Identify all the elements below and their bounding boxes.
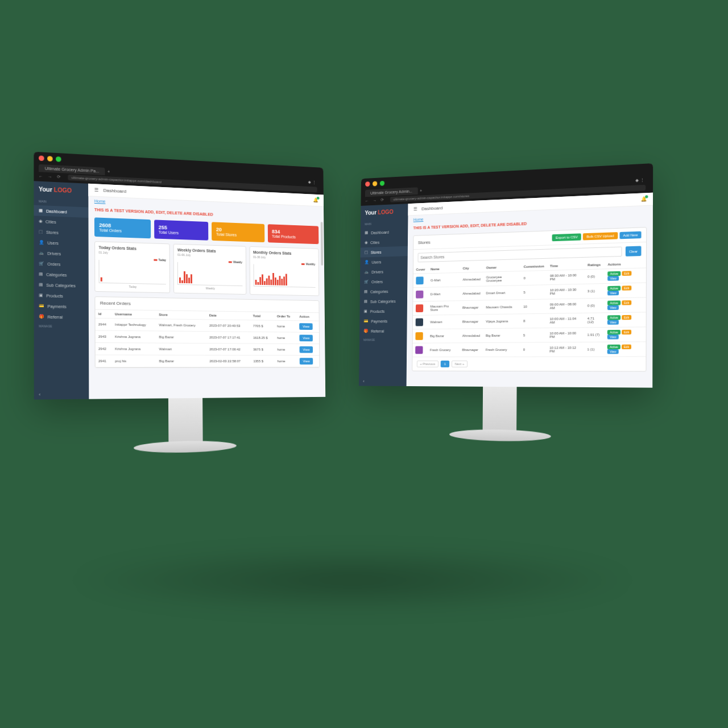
forward-icon[interactable]: → bbox=[46, 174, 55, 179]
logo: Your LOGO bbox=[34, 181, 88, 199]
close-icon[interactable] bbox=[39, 155, 44, 161]
sidebar: Your LOGO MAIN ▦Dashboard ◉Cities ⬚Store… bbox=[359, 204, 408, 386]
payment-icon: 💳 bbox=[364, 319, 369, 324]
clear-button[interactable]: Clear bbox=[625, 246, 641, 256]
active-badge[interactable]: Active bbox=[607, 315, 621, 320]
breadcrumb-home[interactable]: Home bbox=[94, 199, 106, 204]
col-id: Id bbox=[95, 310, 111, 318]
active-badge[interactable]: Active bbox=[607, 345, 621, 349]
sidebar-item-subcategories[interactable]: ▤Sub Categories bbox=[34, 279, 89, 291]
next-page-button[interactable]: Next » bbox=[452, 361, 468, 367]
view-button[interactable]: View bbox=[607, 334, 619, 339]
breadcrumb-home[interactable]: Home bbox=[413, 217, 424, 222]
sidebar-collapse[interactable]: ‹ bbox=[34, 389, 89, 399]
product-icon: ▣ bbox=[364, 309, 368, 314]
search-input[interactable] bbox=[417, 247, 622, 263]
maximize-icon[interactable] bbox=[56, 156, 61, 162]
back-icon[interactable]: ← bbox=[36, 174, 46, 179]
table-row: 2942Krishna JogranaWalmart2023-07-07 17:… bbox=[96, 342, 320, 355]
sidebar-item-products[interactable]: ▣Products bbox=[359, 306, 407, 317]
reload-icon[interactable]: ⟳ bbox=[55, 175, 63, 180]
edit-button[interactable]: Edit bbox=[622, 315, 632, 320]
sidebar-item-categories[interactable]: ▤Categories bbox=[360, 286, 408, 297]
logo: Your LOGO bbox=[361, 204, 408, 221]
chevron-left-icon: ‹ bbox=[39, 392, 41, 396]
users-icon: 👤 bbox=[365, 260, 369, 264]
edit-button[interactable]: Edit bbox=[622, 271, 632, 276]
view-button[interactable]: View bbox=[300, 346, 313, 353]
table-row: 2943Krishna JogranaBig Bazar2023-07-07 1… bbox=[96, 330, 320, 344]
sidebar-item-referral[interactable]: 🎁Referral bbox=[359, 326, 407, 336]
edit-button[interactable]: Edit bbox=[622, 286, 632, 291]
extension-icon[interactable]: ◆ bbox=[308, 180, 311, 184]
monitor-right: Ultimate Grocery Admin... + ◆⋮ ← → ⟳ ult… bbox=[359, 163, 653, 388]
extension-icon[interactable]: ◆ bbox=[635, 178, 638, 183]
menu-icon[interactable]: ⋮ bbox=[312, 180, 316, 184]
add-new-button[interactable]: Add New bbox=[619, 231, 642, 239]
forward-icon[interactable]: → bbox=[371, 198, 379, 202]
chart-weekly: Weekly Orders Stats 01-06 July Weekly We… bbox=[173, 244, 246, 295]
col-cover: Cover bbox=[413, 266, 428, 274]
prev-page-button[interactable]: « Previous bbox=[417, 361, 439, 367]
notification-icon[interactable]: 🔔 bbox=[313, 197, 318, 202]
view-button[interactable]: View bbox=[300, 358, 313, 365]
page-number[interactable]: 1 bbox=[441, 361, 449, 367]
sidebar-item-orders[interactable]: 🛒Orders bbox=[34, 258, 89, 270]
view-button[interactable]: View bbox=[607, 349, 619, 354]
payment-icon: 💳 bbox=[39, 304, 44, 308]
sidebar-item-subcategories[interactable]: ▤Sub Categories bbox=[360, 296, 408, 307]
view-button[interactable]: View bbox=[607, 276, 619, 281]
store-cover-icon bbox=[416, 276, 423, 284]
new-tab-icon[interactable]: + bbox=[420, 189, 422, 193]
store-icon: ⬚ bbox=[365, 250, 368, 255]
sidebar-item-products[interactable]: ▣Products bbox=[34, 290, 89, 301]
table-row: 2941proj hisBig Bazar2023-02-03 22:58:07… bbox=[96, 355, 320, 367]
menu-icon[interactable]: ⋮ bbox=[640, 177, 644, 183]
referral-icon: 🎁 bbox=[39, 315, 44, 319]
notification-icon[interactable]: 🔔 bbox=[641, 196, 647, 202]
view-button[interactable]: View bbox=[300, 335, 313, 342]
edit-button[interactable]: Edit bbox=[622, 330, 632, 334]
col-store: Store bbox=[156, 311, 206, 320]
view-button[interactable]: View bbox=[607, 320, 619, 324]
active-badge[interactable]: Active bbox=[607, 300, 621, 305]
view-button[interactable]: View bbox=[299, 323, 312, 330]
active-badge[interactable]: Active bbox=[607, 271, 621, 276]
view-button[interactable]: View bbox=[607, 305, 619, 311]
view-button[interactable]: View bbox=[607, 291, 619, 296]
sidebar-item-drivers[interactable]: 🚲Drivers bbox=[360, 266, 407, 278]
col-date: Date bbox=[206, 311, 250, 320]
maximize-icon[interactable] bbox=[380, 181, 384, 186]
col-commission: Commission bbox=[521, 262, 547, 271]
recent-orders-panel: Recent Orders Id Username Store Date Tot… bbox=[94, 296, 320, 368]
store-cover-icon bbox=[415, 346, 423, 354]
scrollbar[interactable] bbox=[321, 222, 323, 266]
sidebar-item-payments[interactable]: 💳Payments bbox=[34, 301, 89, 312]
referral-icon: 🎁 bbox=[363, 329, 368, 333]
hamburger-icon[interactable]: ☰ bbox=[413, 206, 417, 212]
export-csv-button[interactable]: Export to CSV bbox=[552, 233, 581, 241]
hamburger-icon[interactable]: ☰ bbox=[94, 187, 98, 192]
sidebar-item-orders[interactable]: 🛒Orders bbox=[360, 276, 407, 287]
pagination: « Previous 1 Next » bbox=[412, 357, 646, 371]
close-icon[interactable] bbox=[365, 181, 370, 187]
stat-total-stores: 20Total Stores bbox=[212, 222, 264, 242]
minimize-icon[interactable] bbox=[373, 181, 377, 186]
stat-total-users: 255Total Users bbox=[154, 220, 209, 240]
store-cover-icon bbox=[415, 332, 423, 340]
bulk-upload-button[interactable]: Bulk CSV Upload bbox=[583, 232, 618, 240]
col-name: Name bbox=[428, 264, 460, 274]
edit-button[interactable]: Edit bbox=[622, 300, 632, 305]
sidebar-item-categories[interactable]: ▤Categories bbox=[34, 268, 89, 280]
sidebar-collapse[interactable]: ‹ bbox=[359, 377, 407, 386]
active-badge[interactable]: Active bbox=[607, 286, 621, 291]
page-title: Dashboard bbox=[103, 188, 126, 194]
active-badge[interactable]: Active bbox=[607, 330, 621, 334]
sidebar-item-payments[interactable]: 💳Payments bbox=[359, 316, 407, 326]
sidebar-item-referral[interactable]: 🎁Referral bbox=[34, 311, 89, 322]
new-tab-icon[interactable]: + bbox=[107, 169, 110, 173]
minimize-icon[interactable] bbox=[47, 156, 53, 162]
edit-button[interactable]: Edit bbox=[621, 345, 631, 349]
reload-icon[interactable]: ⟳ bbox=[379, 197, 386, 202]
back-icon[interactable]: ← bbox=[363, 198, 371, 202]
